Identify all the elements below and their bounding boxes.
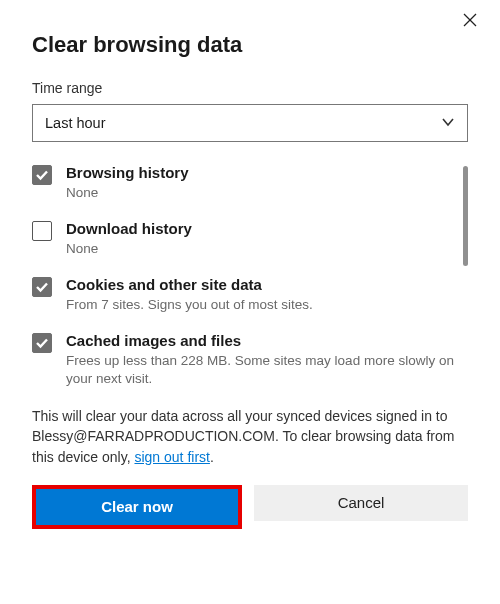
checkbox-cached[interactable] [32, 333, 52, 353]
sign-out-link[interactable]: sign out first [134, 449, 209, 465]
option-cached: Cached images and files Frees up less th… [32, 332, 454, 388]
option-desc: Frees up less than 228 MB. Some sites ma… [66, 352, 454, 388]
summary-text: This will clear your data across all you… [32, 406, 468, 467]
clear-now-button[interactable]: Clear now [36, 489, 238, 525]
option-desc: None [66, 240, 192, 258]
scrollbar[interactable] [463, 166, 468, 266]
dialog-buttons: Clear now Cancel [32, 485, 468, 529]
checkbox-download-history[interactable] [32, 221, 52, 241]
cancel-button[interactable]: Cancel [254, 485, 468, 521]
checkbox-browsing-history[interactable] [32, 165, 52, 185]
option-desc: From 7 sites. Signs you out of most site… [66, 296, 313, 314]
option-cookies: Cookies and other site data From 7 sites… [32, 276, 454, 314]
option-desc: None [66, 184, 189, 202]
summary-after: . [210, 449, 214, 465]
option-download-history: Download history None [32, 220, 454, 258]
chevron-down-icon [441, 115, 455, 132]
primary-highlight: Clear now [32, 485, 242, 529]
time-range-value: Last hour [45, 115, 105, 131]
option-label: Cookies and other site data [66, 276, 313, 295]
option-label: Cached images and files [66, 332, 454, 351]
close-button[interactable] [458, 10, 482, 34]
dialog-title: Clear browsing data [32, 32, 468, 58]
option-label: Download history [66, 220, 192, 239]
options-list: Browsing history None Download history N… [32, 164, 468, 388]
option-browsing-history: Browsing history None [32, 164, 454, 202]
time-range-select[interactable]: Last hour [32, 104, 468, 142]
option-label: Browsing history [66, 164, 189, 183]
checkbox-cookies[interactable] [32, 277, 52, 297]
summary-before: This will clear your data across all you… [32, 408, 454, 465]
close-icon [463, 13, 477, 31]
time-range-label: Time range [32, 80, 468, 96]
